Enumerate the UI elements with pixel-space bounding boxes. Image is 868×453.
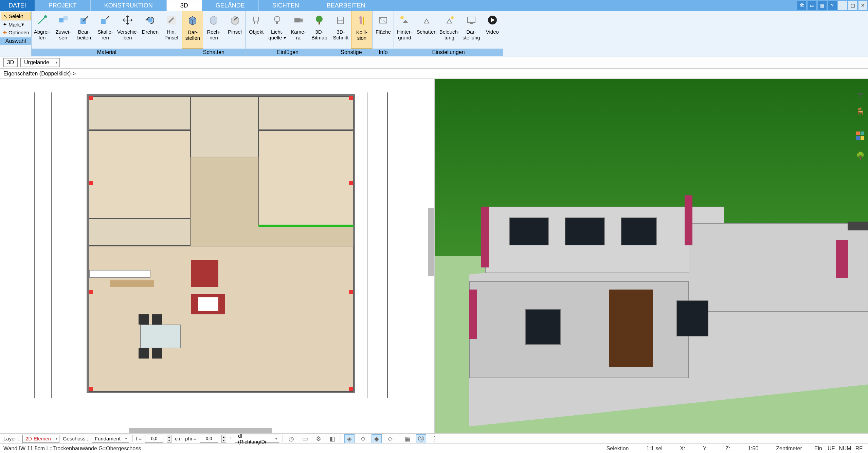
- schatten-pinsel[interactable]: Pinsel: [224, 11, 245, 49]
- house-light-icon: [441, 13, 457, 28]
- svg-point-1: [44, 15, 47, 18]
- einfugen-3d-bitmap[interactable]: 3D-Bitmap: [309, 11, 330, 49]
- marker: [89, 387, 93, 391]
- scrollbar-vertical[interactable]: [428, 208, 434, 276]
- phi-spinner[interactable]: ▲▼: [221, 435, 226, 443]
- view-3d[interactable]: ≋ 🪑 🌳: [435, 79, 868, 433]
- material-skalieren[interactable]: Skalie-ren: [95, 11, 116, 49]
- close-button[interactable]: ✕: [858, 1, 867, 10]
- color-grid-icon[interactable]: [854, 130, 866, 141]
- schatten-darstellen[interactable]: Dar-stellen: [182, 11, 203, 49]
- svg-rect-15: [276, 22, 278, 24]
- house-bg-icon: [396, 13, 413, 28]
- svg-rect-16: [294, 18, 301, 22]
- einst-schatten[interactable]: Schatten: [415, 11, 438, 49]
- ribbon-group-schatten: Dar-stellen Rech-nen Pinsel Schatten: [182, 11, 246, 56]
- material-bearbeiten[interactable]: Bear-beiten: [74, 11, 95, 49]
- palette2-icon[interactable]: ◧: [327, 434, 337, 443]
- menu-tab-gelaende[interactable]: GELÄNDE: [202, 0, 259, 11]
- status-bar: Wand IW 11,5cm L=Trockenbauwände G=Oberg…: [0, 443, 868, 453]
- window-icon[interactable]: ▭: [808, 1, 816, 10]
- layer3-icon[interactable]: ◆: [372, 434, 382, 443]
- more-icon[interactable]: ⋮: [430, 434, 440, 443]
- furniture-shelf: [110, 280, 154, 287]
- layer2-icon[interactable]: ◇: [358, 434, 368, 443]
- l-spinner[interactable]: ▲▼: [167, 435, 171, 443]
- svg-rect-3: [64, 16, 68, 20]
- dimension-line: [387, 92, 388, 398]
- tools-icon[interactable]: 🛠: [797, 1, 806, 10]
- layer-select[interactable]: 2D-Elemen: [22, 435, 59, 443]
- menu-tab-bearbeiten[interactable]: BEARBEITEN: [313, 0, 379, 11]
- material-zuweisen[interactable]: Zuwei-sen: [53, 11, 74, 49]
- view-2d[interactable]: [0, 79, 435, 433]
- menu-tab-projekt[interactable]: PROJEKT: [35, 0, 91, 11]
- einst-video[interactable]: Video: [482, 11, 503, 49]
- dimension-line: [34, 92, 35, 398]
- marker: [89, 96, 93, 100]
- marker: [349, 96, 353, 100]
- phi-input[interactable]: [200, 435, 218, 443]
- mark-button[interactable]: ✦Mark. ▾: [1, 20, 31, 29]
- menu-tab-datei[interactable]: DATEI: [0, 0, 35, 11]
- bulb-icon: [269, 13, 285, 28]
- view-mode-toggle[interactable]: 3D: [3, 58, 18, 67]
- schatten-rechnen[interactable]: Rech-nen: [203, 11, 224, 49]
- info-flaeche[interactable]: Fläche: [373, 11, 394, 49]
- view3d-side-tab[interactable]: [848, 222, 868, 230]
- material-verschieben[interactable]: Verschie-ben: [116, 11, 140, 49]
- marker: [349, 290, 353, 294]
- einst-hintergrund[interactable]: Hinter-grund: [394, 11, 415, 49]
- sonstige-3d-schnitt[interactable]: 3D-Schnitt: [330, 11, 351, 49]
- options-button[interactable]: ✚Optionen: [1, 29, 31, 36]
- terrain-select[interactable]: Urgelände: [20, 58, 60, 67]
- selected-wall[interactable]: [258, 225, 354, 227]
- room-bedroom2: [258, 130, 354, 225]
- geschoss-select[interactable]: Fundament: [92, 435, 129, 443]
- grid-icon[interactable]: ▦: [402, 434, 413, 443]
- select-button[interactable]: ↖Selekt: [1, 12, 31, 20]
- einst-beleuchtung[interactable]: Beleuch-tung: [438, 11, 461, 49]
- einst-darstellung[interactable]: Dar-stellung: [461, 11, 482, 49]
- palette-icon[interactable]: ▦: [818, 1, 827, 10]
- status-z: Z:: [717, 446, 739, 452]
- menu-tab-konstruktion[interactable]: KONSTRUKTION: [91, 0, 167, 11]
- menu-tab-3d[interactable]: 3D: [167, 0, 202, 11]
- einfugen-objekt[interactable]: Objekt: [246, 11, 267, 49]
- tree3d-icon[interactable]: 🌳: [854, 150, 866, 162]
- einfugen-lichtquelle[interactable]: Licht-quelle ▾: [267, 11, 288, 49]
- layer1-icon[interactable]: ◈: [344, 434, 355, 443]
- monitor2-icon[interactable]: ▭: [300, 434, 310, 443]
- rotate-icon: [142, 13, 158, 28]
- layer4-icon[interactable]: ◇: [385, 434, 395, 443]
- status-unit: Zentimeter: [767, 446, 811, 452]
- sonstige-kollision[interactable]: Kolli-sion: [351, 11, 372, 49]
- layer-label: Layer :: [3, 436, 19, 441]
- properties-hint-bar[interactable]: Eigenschaften (Doppelklick)->: [0, 69, 868, 79]
- material-drehen[interactable]: Drehen: [140, 11, 161, 49]
- material-abgreifen[interactable]: Abgrei-fen: [32, 11, 53, 49]
- north-icon[interactable]: Ⓝ: [416, 434, 426, 443]
- einfugen-kamera[interactable]: Kame-ra: [288, 11, 309, 49]
- chair3d-icon[interactable]: 🪑: [854, 106, 866, 118]
- floorplan-canvas[interactable]: [87, 94, 355, 393]
- layers-icon[interactable]: ≋: [854, 89, 866, 101]
- ribbon-label-auswahl: Auswahl: [0, 37, 31, 45]
- dimension-line: [51, 92, 52, 398]
- material-pinsel[interactable]: Hin.Pinsel: [161, 11, 182, 49]
- gear-icon[interactable]: ⚙: [313, 434, 324, 443]
- l-input[interactable]: [145, 435, 163, 443]
- status-ein: Ein: [811, 446, 826, 452]
- menu-tab-sichten[interactable]: SICHTEN: [259, 0, 313, 11]
- clock-icon[interactable]: ◷: [286, 434, 296, 443]
- scale-icon: [97, 13, 113, 28]
- house-shadow-icon: [418, 13, 435, 28]
- help-icon[interactable]: ?: [828, 1, 837, 10]
- svg-rect-11: [254, 17, 258, 21]
- maximize-button[interactable]: ▢: [848, 1, 857, 10]
- status-sel-count: 1:1 sel: [637, 446, 671, 452]
- svg-rect-18: [319, 22, 320, 24]
- direction-select[interactable]: dl (Richtung/Di: [235, 435, 279, 443]
- minimize-button[interactable]: –: [838, 1, 847, 10]
- status-scale: 1:50: [739, 446, 767, 452]
